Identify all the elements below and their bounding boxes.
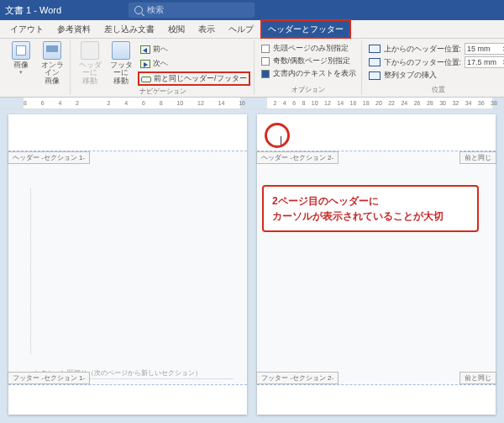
align-tab-label: 整列タブの挿入	[384, 70, 437, 81]
footer-bottom-spinner[interactable]: 17.5 mm▴▾	[465, 56, 504, 68]
header-zone-1[interactable]	[8, 114, 247, 151]
group-label-navigation: ナビゲーション	[76, 86, 250, 97]
footer-zone-2[interactable]	[257, 384, 496, 415]
page-1[interactable]: セクション区切り（次のページから新しいセクション） ヘッダー -セクション 1-…	[8, 114, 247, 415]
horizontal-ruler[interactable]: 8642246810121416 24681012141618202224262…	[0, 98, 504, 109]
header-top-label: 上からのヘッダー位置:	[384, 44, 462, 55]
tab-review[interactable]: 校閲	[161, 20, 192, 38]
different-first-page-checkbox[interactable]: 先頭ページのみ別指定	[260, 43, 358, 54]
ribbon-tabs: イアウト 参考資料 差し込み文書 校閲 表示 ヘルプ ヘッダーとフッター	[0, 20, 504, 39]
previous-section-button[interactable]: 前へ	[138, 43, 250, 56]
footer-bottom-value: 17.5 mm	[467, 58, 496, 66]
annotation-line2: カーソルが表示されていることが大切	[272, 209, 469, 224]
pictures-label: 画像	[7, 61, 35, 69]
tab-mailings[interactable]: 差し込み文書	[97, 20, 161, 38]
footer-zone-1[interactable]	[8, 384, 247, 415]
tab-layout[interactable]: イアウト	[3, 20, 50, 38]
insert-alignment-tab-button[interactable]: 整列タブの挿入	[367, 70, 504, 81]
goto-footer-label: フッターに 移動	[107, 61, 135, 85]
checkbox-icon	[261, 45, 270, 53]
tab-references[interactable]: 参考資料	[50, 20, 97, 38]
ruler-margin-left	[0, 98, 24, 108]
odd-even-label: 奇数/偶数ページ別指定	[273, 56, 351, 66]
search-placeholder: 検索	[147, 4, 164, 16]
header-top-spinner[interactable]: 15 mm▴▾	[465, 43, 504, 55]
ruler-page2: 2468101214161820222426283032343638	[252, 98, 504, 108]
footer-tag-1: フッター -セクション 1-	[8, 372, 90, 384]
same-as-previous-footer: 前と同じ	[459, 372, 496, 384]
tab-view[interactable]: 表示	[192, 20, 222, 38]
next-icon	[140, 60, 150, 68]
group-label-insert	[7, 86, 66, 95]
search-box[interactable]: 検索	[129, 3, 255, 18]
nav-prev-next: 前へ 次へ 前と同じヘッダー/フッター	[138, 41, 250, 86]
document-title: 文書 1 - Word	[5, 4, 61, 17]
show-text-label: 文書内のテキストを表示	[273, 68, 356, 79]
next-label: 次へ	[153, 58, 168, 69]
tab-help[interactable]: ヘルプ	[222, 20, 260, 38]
goto-footer-icon	[112, 41, 130, 60]
link-icon	[141, 75, 151, 83]
first-page-label: 先頭ページのみ別指定	[273, 43, 349, 54]
group-label-options: オプション	[260, 84, 358, 95]
ruler-margin-left	[252, 98, 267, 108]
align-tab-icon	[369, 71, 381, 80]
goto-footer-button[interactable]: フッターに 移動	[107, 41, 135, 85]
annotation-line1: 2ページ目のヘッダーに	[272, 193, 469, 209]
goto-header-label: ヘッダーに 移動	[76, 61, 104, 85]
link-previous-label: 前と同じヘッダー/フッター	[154, 73, 247, 84]
annotation-callout: 2ページ目のヘッダーに カーソルが表示されていることが大切	[262, 185, 479, 232]
header-tag-1: ヘッダー -セクション 1-	[8, 151, 90, 164]
goto-header-button: ヘッダーに 移動	[76, 41, 104, 85]
odd-even-pages-checkbox[interactable]: 奇数/偶数ページ別指定	[260, 56, 358, 66]
next-section-button[interactable]: 次へ	[138, 57, 250, 70]
footer-bottom-icon	[369, 58, 381, 66]
group-label-position: 位置	[367, 84, 504, 95]
insert-pictures-button[interactable]: 画像 ▾	[7, 41, 35, 76]
insert-online-pictures-button[interactable]: オンライン 画像	[38, 41, 66, 85]
footer-from-bottom: 下からのフッター位置: 17.5 mm▴▾	[367, 56, 504, 68]
margin-guide	[30, 188, 31, 354]
pictures-icon	[12, 41, 30, 60]
header-zone-2[interactable]	[257, 114, 496, 151]
annotation-circle	[265, 123, 290, 148]
body-greyed-1: セクション区切り（次のページから新しいセクション）	[8, 151, 247, 384]
tab-header-footer[interactable]: ヘッダーとフッター	[260, 19, 351, 39]
title-bar: 文書 1 - Word 検索	[0, 0, 504, 20]
header-top-value: 15 mm	[467, 45, 491, 53]
previous-label: 前へ	[153, 44, 168, 55]
show-document-text-checkbox[interactable]: 文書内のテキストを表示	[260, 68, 358, 79]
ribbon: 画像 ▾ オンライン 画像 ヘッダーに 移動 フッターに 移動 前へ 次へ	[0, 39, 504, 98]
header-tag-2: ヘッダー -セクション 2-	[256, 151, 339, 164]
footer-tag-2: フッター -セクション 2-	[256, 372, 339, 384]
link-to-previous-button[interactable]: 前と同じヘッダー/フッター	[138, 71, 250, 86]
goto-header-icon	[81, 41, 99, 60]
chevron-down-icon: ▾	[7, 69, 35, 76]
footer-bottom-label: 下からのフッター位置:	[384, 57, 462, 68]
group-options: 先頭ページのみ別指定 奇数/偶数ページ別指定 文書内のテキストを表示 オプション	[256, 40, 362, 95]
online-pictures-icon	[43, 41, 61, 60]
previous-icon	[140, 45, 150, 54]
online-pictures-label: オンライン 画像	[38, 61, 66, 85]
group-position: 上からのヘッダー位置: 15 mm▴▾ 下からのフッター位置: 17.5 mm▴…	[364, 40, 504, 95]
group-navigation: ヘッダーに 移動 フッターに 移動 前へ 次へ 前と同じヘッダー/フッター ナビ…	[72, 40, 255, 95]
header-from-top: 上からのヘッダー位置: 15 mm▴▾	[367, 43, 504, 55]
ruler-page1: 8642246810121416	[0, 98, 252, 108]
group-insert: 画像 ▾ オンライン 画像	[3, 40, 71, 95]
checkbox-icon	[261, 70, 270, 78]
checkbox-icon	[261, 57, 270, 66]
header-top-icon	[369, 45, 381, 53]
page-2[interactable]: ヘッダー -セクション 2- 前と同じ フッター -セクション 2- 前と同じ	[257, 114, 496, 415]
document-area: セクション区切り（次のページから新しいセクション） ヘッダー -セクション 1-…	[0, 109, 504, 423]
search-icon	[134, 6, 143, 14]
same-as-previous-header: 前と同じ	[459, 151, 496, 164]
